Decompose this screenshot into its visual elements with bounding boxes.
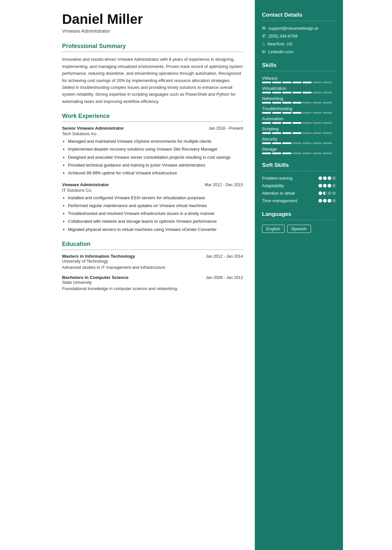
edu-item: Bachelors in Computer Science Jan 2008 -… — [62, 275, 243, 291]
soft-skill-item: Problem-solving — [262, 176, 336, 181]
edu-desc: Foundational knowledge in computer scien… — [62, 286, 243, 291]
skill-item: VMware — [262, 76, 336, 83]
skill-segment — [323, 92, 332, 93]
skill-bar — [262, 153, 336, 154]
skill-name: VMware — [262, 76, 336, 81]
skill-segment — [302, 92, 312, 93]
skill-segment — [282, 153, 291, 154]
contact-section: Contact Details ✉support@resumedesign.ai… — [262, 12, 336, 54]
skill-segment — [323, 82, 332, 83]
soft-dots — [318, 199, 336, 202]
soft-skill-dot — [332, 199, 336, 202]
skill-segment — [262, 102, 271, 104]
skill-segment — [272, 142, 281, 144]
skill-segment — [282, 102, 291, 104]
list-item: Troubleshooted and resolved Vmware infra… — [68, 210, 243, 217]
work-experience-section: Work Experience Senior Vmware Administra… — [62, 113, 243, 233]
skill-segment — [272, 132, 281, 134]
contact-title: Contact Details — [262, 12, 336, 18]
summary-divider — [62, 52, 243, 52]
skill-segment — [272, 92, 281, 93]
skills-section: Skills VMware Virtualization Networking … — [262, 62, 336, 154]
soft-skill-name: Attention to detail — [262, 191, 295, 196]
skill-segment — [282, 92, 291, 93]
skill-name: Scripting — [262, 126, 336, 131]
skill-name: Storage — [262, 147, 336, 152]
skill-bar — [262, 82, 336, 83]
skill-segment — [313, 102, 322, 104]
skill-name: Troubleshooting — [262, 106, 336, 111]
skill-segment — [302, 122, 312, 124]
skill-segment — [313, 132, 322, 134]
contact-text: (555) 345-6789 — [269, 34, 298, 39]
soft-dots — [318, 184, 336, 187]
skill-segment — [302, 142, 312, 144]
skill-segment — [323, 142, 332, 144]
work-experience-divider — [62, 121, 243, 122]
skill-segment — [282, 142, 291, 144]
job-title: Vmware Administrator — [62, 182, 109, 187]
skill-name: Security — [262, 137, 336, 141]
right-column: Contact Details ✉support@resumedesign.ai… — [255, 0, 343, 550]
job-company: Tech Solutions Inc. — [62, 131, 243, 136]
skill-segment — [323, 153, 332, 154]
soft-skill-dot — [318, 191, 322, 195]
skill-segment — [292, 153, 302, 154]
job-bullets: Managed and maintained Vmware vSphere en… — [62, 138, 243, 176]
language-badge: English — [262, 225, 285, 233]
list-item: Installed and configured Vmware ESXi ser… — [68, 195, 243, 201]
skill-segment — [323, 112, 332, 114]
skill-item: Security — [262, 137, 336, 144]
edu-item: Masters in Information Technology Jan 20… — [62, 254, 243, 270]
skill-segment — [292, 122, 302, 124]
soft-skill-dot — [318, 184, 322, 187]
skill-bar — [262, 102, 336, 104]
edu-dates: Jan 2012 - Jan 2014 — [206, 254, 243, 259]
job-item: Senior Vmware Administrator Jan 2016 - P… — [62, 126, 243, 176]
edu-desc: Advanced studies in IT management and in… — [62, 265, 243, 270]
job-item: Vmware Administrator Mar 2012 - Dec 2015… — [62, 182, 243, 233]
skill-bar — [262, 122, 336, 124]
skill-item: Troubleshooting — [262, 106, 336, 114]
skill-segment — [262, 112, 271, 114]
soft-skill-dot — [328, 199, 331, 202]
skill-segment — [323, 132, 332, 134]
skill-item: Networking — [262, 96, 336, 104]
work-experience-title: Work Experience — [62, 113, 243, 120]
skill-segment — [313, 82, 322, 83]
skill-segment — [302, 132, 312, 134]
contact-icon: ⌂ — [262, 41, 265, 46]
soft-skill-dot — [328, 176, 331, 180]
soft-skill-dot — [332, 176, 336, 180]
skill-bar — [262, 132, 336, 134]
education-divider — [62, 250, 243, 250]
soft-skill-dot — [332, 191, 336, 195]
contact-item: ✆(555) 345-6789 — [262, 33, 336, 39]
person-title: Vmware Administrator — [62, 28, 243, 34]
soft-skill-dot — [323, 191, 327, 195]
soft-skill-dot — [318, 199, 322, 202]
soft-skills-title: Soft Skills — [262, 162, 336, 169]
soft-dots — [318, 191, 336, 195]
soft-skills-section: Soft Skills Problem-solving Adaptability… — [262, 162, 336, 203]
soft-skill-item: Time management — [262, 198, 336, 203]
skill-segment — [313, 92, 322, 93]
list-item: Managed and maintained Vmware vSphere en… — [68, 138, 243, 145]
skill-segment — [262, 153, 271, 154]
jobs-container: Senior Vmware Administrator Jan 2016 - P… — [62, 126, 243, 233]
skill-segment — [282, 82, 291, 83]
soft-skill-item: Adaptability — [262, 183, 336, 188]
contact-icon: ✆ — [262, 33, 266, 39]
skill-segment — [282, 122, 291, 124]
skill-segment — [323, 102, 332, 104]
skill-segment — [272, 153, 281, 154]
skill-item: Virtualization — [262, 86, 336, 93]
edu-school: University of Technology — [62, 259, 243, 264]
contact-container: ✉support@resumedesign.ai✆(555) 345-6789⌂… — [262, 25, 336, 54]
skill-segment — [313, 112, 322, 114]
contact-icon: in — [262, 49, 266, 54]
skill-segment — [313, 153, 322, 154]
skill-segment — [292, 132, 302, 134]
languages-section: Languages EnglishSpanish — [262, 211, 336, 233]
soft-skill-dot — [323, 199, 327, 202]
